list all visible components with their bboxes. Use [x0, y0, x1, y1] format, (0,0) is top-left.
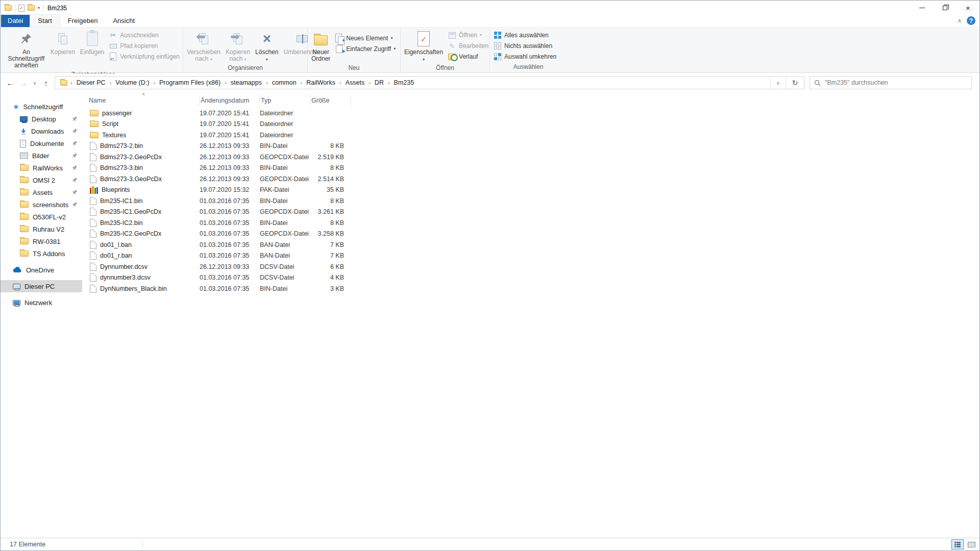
minimize-icon[interactable]	[911, 1, 934, 15]
file-date: 26.12.2013 09:33	[200, 142, 260, 149]
new-folder-button[interactable]: NeuerOrdner	[309, 28, 333, 63]
table-row[interactable]: dynnumber3.dcsv 01.03.2016 07:35 DCSV-Da…	[88, 272, 979, 284]
copy-button[interactable]: Kopieren	[48, 28, 78, 70]
address-box[interactable]: › Dieser PC› Volume (D:)› Programm Files…	[55, 76, 804, 89]
details-view-icon[interactable]	[951, 539, 964, 549]
sidebar-item-onedrive[interactable]: OneDrive	[1, 264, 82, 276]
status-bar: 17 Elemente	[1, 538, 979, 550]
table-row[interactable]: do01_l.ban 01.03.2016 07:35 BAN-Datei 7 …	[88, 239, 979, 251]
copy-path-button[interactable]: ⋯ Pfad kopieren	[109, 42, 180, 50]
sidebar-item-o530fl[interactable]: O530FL-v2	[1, 211, 82, 223]
sidebar-item-quick-access[interactable]: ★ Schnellzugriff	[1, 101, 82, 113]
search-input[interactable]	[825, 79, 967, 86]
collapse-ribbon-icon[interactable]: ∧	[958, 17, 962, 24]
table-row[interactable]: Bdms273-2.GeoPcDx 26.12.2013 09:33 GEOPC…	[88, 152, 979, 163]
sidebar-item-documents[interactable]: Dokumente	[1, 137, 82, 149]
network-icon	[13, 300, 20, 306]
file-size: 8 KB	[310, 164, 351, 171]
sidebar-item-railworks[interactable]: RailWorks	[1, 162, 82, 174]
breadcrumb-segment[interactable]: Volume (D:)	[113, 78, 151, 88]
breadcrumb-segment[interactable]: steamapps	[229, 78, 264, 88]
file-size: 2.514 KB	[310, 176, 351, 183]
table-row[interactable]: do01_r.ban 01.03.2016 07:35 BAN-Datei 7 …	[88, 251, 979, 262]
sidebar-item-ruhrau[interactable]: Ruhrau V2	[1, 223, 82, 235]
folder-icon[interactable]	[5, 5, 12, 11]
explorer-window: ✓ ▾ Bm235 × Datei Start Freigeben Ansich…	[0, 0, 980, 551]
pin-icon	[72, 140, 78, 146]
sidebar-item-network[interactable]: Netzwerk	[1, 296, 82, 309]
sidebar-item-downloads[interactable]: Downloads	[1, 125, 82, 137]
paste-shortcut-button[interactable]: Verknüpfung einfügen	[109, 53, 180, 61]
tab-start[interactable]: Start	[30, 14, 60, 27]
star-icon: ★	[13, 103, 19, 110]
back-icon[interactable]: ←	[4, 76, 17, 89]
edit-button[interactable]: ✎ Bearbeiten	[448, 42, 488, 50]
pin-to-quick-access-button[interactable]: An Schnellzugriffanheften	[5, 28, 48, 70]
breadcrumb-segment[interactable]: Programm Files (x86)	[157, 78, 223, 88]
column-header-date[interactable]: Änderungsdatum	[200, 95, 260, 106]
tab-file[interactable]: Datei	[1, 15, 30, 27]
breadcrumb-segment[interactable]: common	[270, 78, 299, 88]
tab-view[interactable]: Ansicht	[105, 15, 142, 27]
sidebar-item-this-pc[interactable]: Dieser PC	[1, 280, 82, 292]
properties-button[interactable]: ✓ Eigenschaften▾	[402, 28, 446, 63]
history-button[interactable]: Verlauf	[448, 53, 488, 61]
breadcrumb-segment[interactable]: DR	[373, 78, 386, 88]
move-to-button[interactable]: ⬅ Verschiebennach ▾	[184, 28, 223, 63]
easy-access-button[interactable]: ➤ Einfacher Zugriff▾	[335, 45, 396, 53]
file-type: BIN-Datei	[260, 142, 310, 149]
sidebar-item-omsi2[interactable]: OMSI 2	[1, 174, 82, 186]
paste-button[interactable]: Einfügen	[78, 28, 107, 70]
sidebar-item-rw0381[interactable]: RW-0381	[1, 235, 82, 247]
select-none-button[interactable]: Nichts auswählen	[493, 42, 556, 50]
table-row[interactable]: Bm235-IC2.GeoPcDx 01.03.2016 07:35 GEOPC…	[88, 229, 979, 240]
table-row[interactable]: Script 19.07.2020 15:41 Dateiordner	[88, 119, 979, 130]
table-row[interactable]: Dynnumber.dcsv 26.12.2013 09:33 DCSV-Dat…	[88, 261, 979, 272]
table-row[interactable]: Bm235-IC1.bin 01.03.2016 07:35 BIN-Datei…	[88, 195, 979, 207]
sidebar-item-desktop[interactable]: Desktop	[1, 113, 82, 125]
table-row[interactable]: Bdms273-2.bin 26.12.2013 09:33 BIN-Datei…	[88, 141, 979, 152]
table-row[interactable]: DynNumbers_Black.bin 01.03.2016 07:35 BI…	[88, 283, 979, 294]
open-button[interactable]: Öffnen▾	[448, 31, 488, 39]
table-row[interactable]: Textures 19.07.2020 15:41 Dateiordner	[88, 130, 979, 141]
sidebar-item-assets[interactable]: Assets	[1, 186, 82, 198]
thumbnails-view-icon[interactable]	[965, 539, 977, 549]
file-date: 19.07.2020 15:41	[200, 132, 260, 139]
cut-button[interactable]: ✂ Ausschneiden	[109, 31, 180, 39]
delete-button[interactable]: × Löschen▾	[253, 28, 281, 63]
invert-selection-button[interactable]: Auswahl umkehren	[493, 53, 556, 61]
recent-locations-icon[interactable]: ∨	[30, 76, 39, 89]
table-row[interactable]: Bdms273-3.bin 26.12.2013 09:33 BIN-Datei…	[88, 163, 979, 174]
table-row[interactable]: passenger 19.07.2020 15:41 Dateiordner	[88, 108, 979, 119]
help-icon[interactable]: ?	[967, 16, 975, 25]
path-icon: ⋯	[109, 42, 117, 50]
sidebar-item-pictures[interactable]: Bilder	[1, 149, 82, 162]
close-icon[interactable]: ×	[957, 1, 979, 15]
forward-icon[interactable]: ←	[17, 76, 30, 89]
column-header-name[interactable]: Name	[88, 95, 200, 106]
chevron-down-icon[interactable]: ▾	[38, 6, 40, 10]
restore-icon[interactable]	[934, 1, 957, 15]
table-row[interactable]: Bm235-IC1.GeoPcDx 01.03.2016 07:35 GEOPC…	[88, 207, 979, 218]
sidebar-item-ts-addons[interactable]: TS Addons	[1, 247, 82, 260]
up-icon[interactable]: ↑	[39, 76, 53, 89]
new-item-button[interactable]: ✦ Neues Element▾	[335, 34, 396, 42]
refresh-icon[interactable]: ↻	[786, 77, 804, 89]
breadcrumb-segment[interactable]: Bm235	[392, 78, 416, 88]
properties-check-icon[interactable]: ✓	[18, 5, 24, 12]
sidebar-item-screenshots[interactable]: screenshots	[1, 198, 82, 211]
column-header-size[interactable]: Größe	[310, 95, 351, 106]
address-dropdown-icon[interactable]: ∨	[770, 77, 786, 89]
column-header-type[interactable]: Typ	[260, 95, 310, 106]
breadcrumb-segment[interactable]: Assets	[344, 78, 367, 88]
table-row[interactable]: Blueprints 19.07.2020 15:32 PAK-Datei 35…	[88, 185, 979, 196]
select-all-button[interactable]: Alles auswählen	[493, 31, 556, 39]
tab-share[interactable]: Freigeben	[60, 15, 106, 27]
table-row[interactable]: Bdms273-3.GeoPcDx 26.12.2013 09:33 GEOPC…	[88, 173, 979, 185]
folder-icon[interactable]	[28, 5, 35, 11]
new-item-icon: ✦	[335, 34, 344, 42]
breadcrumb-segment[interactable]: RailWorks	[304, 78, 337, 88]
table-row[interactable]: Bm235-IC2.bin 01.03.2016 07:35 BIN-Datei…	[88, 217, 979, 229]
copy-to-button[interactable]: ⬅ Kopierennach ▾	[223, 28, 253, 63]
breadcrumb-segment[interactable]: Dieser PC	[75, 78, 108, 88]
